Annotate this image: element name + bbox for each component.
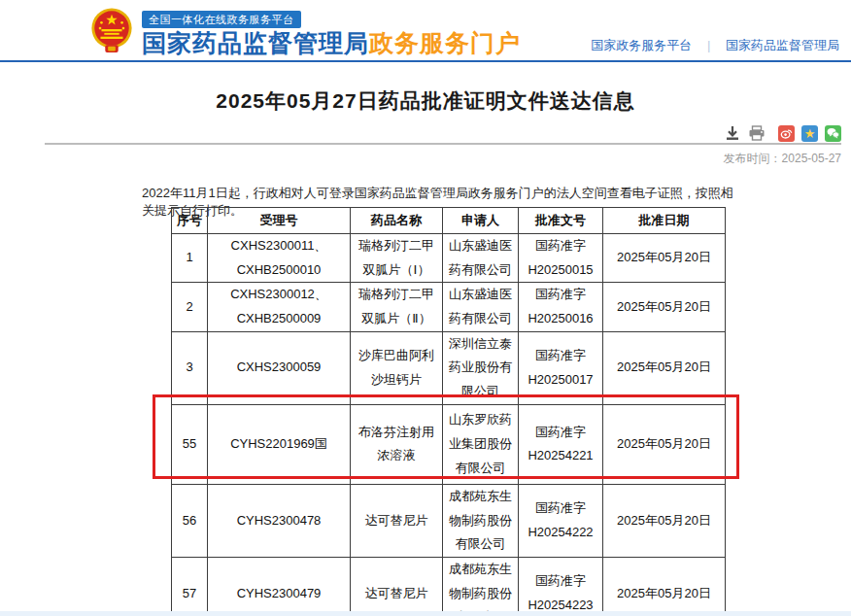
share-qzone-button[interactable]: ★ [801,125,818,142]
cell-applicant: 成都苑东生 物制药股份 有限公司 [443,484,519,557]
cell-drug-name: 沙库巴曲阿利 沙坦钙片 [351,331,443,404]
site-name: 国家药品监督管理局 [142,29,369,56]
table-header-row: 序号 受理号 药品名称 申请人 批准文号 批准日期 [172,208,726,234]
cell-drug-name: 瑞格列汀二甲 双胍片（Ⅱ） [351,283,443,331]
cell-approval-no: 国药准字 H20254222 [519,484,603,557]
divider [45,143,841,145]
cell-approval-date: 2025年05月20日 [603,234,726,283]
print-button[interactable] [748,124,766,142]
logo-text: 全国一体化在线政务服务平台 国家药品监督管理局政务服务门户 [142,7,521,56]
cell-drug-name: 布洛芬注射用 浓溶液 [351,404,443,484]
site-logo[interactable]: 全国一体化在线政务服务平台 国家药品监督管理局政务服务门户 [89,7,521,56]
cell-drug-name: 瑞格列汀二甲 双胍片（Ⅰ） [351,234,443,283]
col-header-drug-name: 药品名称 [351,208,443,234]
table-row: 2 CXHS2300012、 CXHB2500009 瑞格列汀二甲 双胍片（Ⅱ）… [172,283,726,331]
cell-approval-no: 国药准字 H20250017 [519,331,603,404]
share-weibo-button[interactable] [778,125,795,142]
publish-date: 2025-05-27 [782,152,841,165]
col-header-acceptance-no: 受理号 [208,208,351,234]
print-icon [748,125,766,141]
share-weibo-icon [780,127,793,140]
cell-applicant: 山东盛迪医 药有限公司 [443,283,519,331]
cell-approval-date: 2025年05月20日 [603,283,726,331]
bottom-strip [0,611,851,616]
page-title: 2025年05月27日药品批准证明文件送达信息 [0,87,851,115]
cell-applicant: 成都苑东生 物制药股份 有限公司 [443,557,519,616]
col-header-applicant: 申请人 [443,208,519,234]
cell-applicant: 山东盛迪医 药有限公司 [443,234,519,283]
cell-seq: 1 [172,234,208,283]
cell-approval-no: 国药准字 H20250016 [519,283,603,331]
cell-acceptance-no: CYHS2300478 [208,484,351,557]
nav-link-nmpa[interactable]: 国家药品监督管理局 [726,38,839,52]
cell-applicant: 山东罗欣药 业集团股份 有限公司 [443,404,519,484]
col-header-seq: 序号 [172,208,208,234]
cell-approval-no: 国药准字 H20254223 [519,557,603,616]
publish-time: 发布时间：2025-05-27 [724,151,841,167]
download-button[interactable] [724,124,741,142]
toolbar: ★ [724,124,841,142]
table-row-highlighted: 55 CYHS2201969国 布洛芬注射用 浓溶液 山东罗欣药 业集团股份 有… [172,404,726,484]
header-nav: 国家政务服务平台 | 国家药品监督管理局 [591,37,839,54]
download-icon [725,125,740,141]
nav-divider: | [707,38,710,52]
table-row: 3 CXHS2300059 沙库巴曲阿利 沙坦钙片 深圳信立泰 药业股份有 限公… [172,331,726,404]
national-emblem-icon [89,7,134,53]
cell-approval-date: 2025年05月20日 [603,557,726,616]
cell-acceptance-no: CYHS2201969国 [208,404,351,484]
cell-acceptance-no: CXHS2300059 [208,331,351,404]
cell-acceptance-no: CYHS2300479 [208,557,351,616]
cell-seq: 3 [172,331,208,404]
cell-approval-no: 国药准字 H20254221 [519,404,603,484]
table-row: 56 CYHS2300478 达可替尼片 成都苑东生 物制药股份 有限公司 国药… [172,484,726,557]
nav-link-gov-platform[interactable]: 国家政务服务平台 [591,38,692,52]
cell-drug-name: 达可替尼片 [351,557,443,616]
cell-seq: 2 [172,283,208,331]
approval-table: 序号 受理号 药品名称 申请人 批准文号 批准日期 1 CXHS2300011、… [171,207,726,616]
page: 全国一体化在线政务服务平台 国家药品监督管理局政务服务门户 国家政务服务平台 |… [0,0,851,616]
col-header-approval-no: 批准文号 [519,208,603,234]
table-row: 57 CYHS2300479 达可替尼片 成都苑东生 物制药股份 有限公司 国药… [172,557,726,616]
cell-approval-date: 2025年05月20日 [603,484,726,557]
cell-seq: 55 [172,404,208,484]
platform-tag: 全国一体化在线政务服务平台 [142,11,301,28]
cell-seq: 57 [172,557,208,616]
cell-seq: 56 [172,484,208,557]
table-row: 1 CXHS2300011、 CXHB2500010 瑞格列汀二甲 双胍片（Ⅰ）… [172,234,726,283]
share-qzone-icon: ★ [804,127,816,140]
cell-approval-no: 国药准字 H20250015 [519,234,603,283]
publish-label: 发布时间： [724,152,782,165]
col-header-approval-date: 批准日期 [603,208,726,234]
site-header: 全国一体化在线政务服务平台 国家药品监督管理局政务服务门户 国家政务服务平台 |… [0,0,851,62]
cell-applicant: 深圳信立泰 药业股份有 限公司 [443,331,519,404]
cell-acceptance-no: CXHS2300012、 CXHB2500009 [208,283,351,331]
cell-drug-name: 达可替尼片 [351,484,443,557]
share-wechat-icon [827,127,839,139]
share-wechat-button[interactable] [825,125,841,142]
cell-approval-date: 2025年05月20日 [603,404,726,484]
site-title: 国家药品监督管理局政务服务门户 [142,29,521,56]
site-suffix: 政务服务门户 [369,29,521,56]
cell-approval-date: 2025年05月20日 [603,331,726,404]
cell-acceptance-no: CXHS2300011、 CXHB2500010 [208,234,351,283]
